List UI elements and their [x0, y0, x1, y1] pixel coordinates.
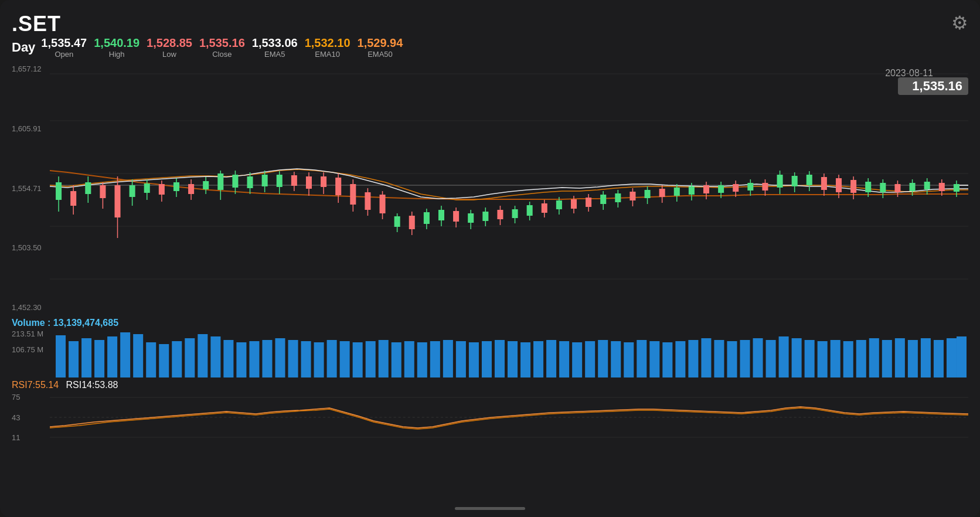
ohlc-row: Day 1,535.47 Open 1,540.19 High 1,528.85… — [12, 36, 403, 59]
svg-rect-65 — [482, 212, 488, 221]
svg-rect-9 — [70, 191, 76, 206]
svg-rect-75 — [556, 200, 562, 209]
svg-rect-188 — [792, 338, 802, 377]
svg-rect-149 — [288, 340, 298, 377]
rsi-svg — [50, 392, 968, 443]
svg-rect-135 — [107, 336, 117, 377]
svg-rect-150 — [301, 341, 311, 377]
svg-rect-159 — [417, 342, 427, 377]
svg-rect-157 — [392, 342, 401, 377]
svg-rect-190 — [818, 341, 828, 377]
svg-rect-156 — [379, 340, 389, 377]
low-label: Low — [162, 50, 176, 59]
svg-rect-165 — [495, 340, 505, 377]
rsi-y-top: 75 — [12, 393, 50, 402]
chart-svg — [50, 62, 968, 314]
scroll-handle[interactable] — [455, 507, 525, 510]
svg-rect-61 — [453, 211, 459, 222]
svg-rect-123 — [910, 183, 916, 191]
svg-rect-136 — [120, 332, 130, 377]
y-label-2: 1,605.91 — [12, 124, 53, 133]
svg-rect-176 — [637, 340, 646, 377]
svg-rect-55 — [409, 216, 415, 229]
svg-rect-169 — [546, 340, 556, 377]
svg-rect-115 — [850, 180, 856, 193]
svg-rect-97 — [718, 185, 724, 193]
ema5-item: 1,533.06 EMA5 — [252, 36, 298, 59]
svg-rect-199 — [934, 340, 944, 377]
rsi-title: RSI7:55.14 RSI14:53.88 — [12, 380, 968, 390]
svg-rect-151 — [314, 342, 324, 377]
main-container: .SET Day 1,535.47 Open 1,540.19 High 1,5… — [0, 0, 980, 517]
close-item: 1,535.16 Close — [199, 36, 245, 59]
y-axis: 1,657.12 1,605.91 1,554.71 1,503.50 1,45… — [12, 62, 53, 314]
close-value: 1,535.16 — [199, 36, 245, 50]
svg-rect-158 — [404, 341, 414, 377]
svg-rect-41 — [306, 176, 312, 189]
svg-rect-144 — [223, 340, 233, 377]
svg-rect-168 — [533, 341, 543, 377]
svg-rect-7 — [56, 182, 62, 200]
svg-rect-172 — [585, 341, 595, 377]
svg-rect-193 — [856, 340, 866, 377]
svg-rect-141 — [185, 338, 195, 377]
main-chart[interactable]: 1,657.12 1,605.91 1,554.71 1,503.50 1,45… — [12, 62, 968, 314]
svg-rect-162 — [456, 341, 466, 377]
svg-rect-143 — [210, 336, 220, 377]
svg-rect-93 — [689, 186, 695, 195]
svg-rect-161 — [443, 340, 453, 377]
svg-rect-39 — [291, 175, 297, 186]
svg-rect-99 — [733, 184, 739, 192]
candlestick-chart[interactable] — [50, 62, 968, 314]
svg-rect-109 — [807, 175, 812, 185]
svg-rect-132 — [69, 341, 79, 377]
high-item: 1,540.19 High — [94, 36, 139, 59]
svg-rect-191 — [831, 340, 841, 377]
svg-rect-177 — [649, 341, 659, 377]
open-item: 1,535.47 Open — [41, 36, 87, 59]
close-label: Close — [212, 50, 232, 59]
svg-rect-121 — [894, 184, 900, 192]
svg-rect-175 — [624, 342, 634, 377]
svg-rect-164 — [482, 341, 492, 377]
open-label: Open — [55, 50, 73, 59]
svg-rect-163 — [469, 342, 479, 377]
svg-rect-79 — [586, 198, 591, 207]
svg-rect-23 — [173, 182, 179, 191]
svg-rect-196 — [895, 338, 905, 377]
svg-rect-13 — [100, 185, 106, 198]
rsi7-label: RSI7: — [12, 380, 35, 390]
svg-rect-31 — [232, 175, 238, 188]
settings-button[interactable]: ⚙ — [951, 12, 968, 34]
svg-rect-153 — [340, 341, 350, 377]
svg-rect-43 — [321, 176, 326, 187]
svg-rect-145 — [236, 342, 246, 377]
header: .SET Day 1,535.47 Open 1,540.19 High 1,5… — [12, 12, 968, 60]
svg-rect-137 — [133, 334, 143, 377]
svg-rect-170 — [559, 341, 569, 377]
ohlc-values: 1,535.47 Open 1,540.19 High 1,528.85 Low… — [41, 36, 403, 59]
low-value: 1,528.85 — [147, 36, 192, 50]
svg-rect-183 — [727, 341, 737, 377]
svg-rect-119 — [880, 183, 886, 192]
ema50-label: EMA50 — [368, 50, 393, 59]
ema5-value: 1,533.06 — [252, 36, 298, 50]
svg-rect-19 — [144, 183, 150, 193]
svg-rect-179 — [675, 341, 685, 377]
svg-rect-113 — [836, 178, 842, 192]
svg-rect-91 — [674, 188, 680, 196]
svg-rect-197 — [908, 340, 918, 377]
svg-rect-69 — [512, 209, 518, 218]
svg-rect-27 — [203, 181, 209, 189]
ema10-item: 1,532.10 EMA10 — [305, 36, 351, 59]
open-value: 1,535.47 — [41, 36, 87, 50]
symbol-title: .SET — [12, 12, 403, 36]
svg-rect-139 — [159, 344, 169, 377]
svg-rect-29 — [217, 174, 223, 190]
svg-rect-146 — [249, 341, 259, 377]
svg-rect-21 — [159, 184, 165, 195]
svg-rect-160 — [430, 341, 440, 377]
svg-rect-178 — [662, 342, 672, 377]
svg-rect-181 — [701, 338, 711, 377]
svg-rect-194 — [869, 338, 879, 377]
